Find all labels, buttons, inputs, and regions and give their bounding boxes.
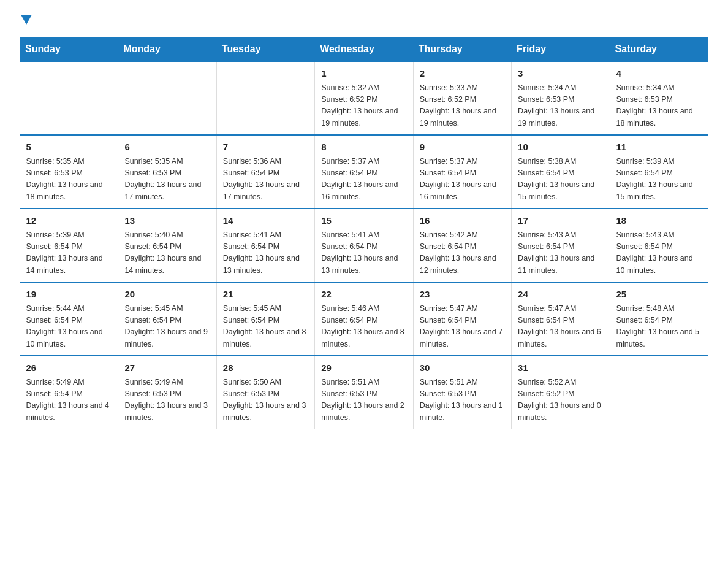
logo-arrow-icon xyxy=(21,15,32,25)
day-number: 25 xyxy=(616,288,702,302)
day-number: 9 xyxy=(420,140,505,155)
day-number: 16 xyxy=(420,214,505,228)
day-number: 10 xyxy=(518,140,603,155)
calendar-day-cell: 11Sunrise: 5:39 AM Sunset: 6:54 PM Dayli… xyxy=(610,135,708,209)
day-info: Sunrise: 5:46 AM Sunset: 6:54 PM Dayligh… xyxy=(321,303,406,351)
day-info: Sunrise: 5:41 AM Sunset: 6:54 PM Dayligh… xyxy=(321,229,406,277)
calendar-day-cell xyxy=(20,61,118,135)
day-info: Sunrise: 5:40 AM Sunset: 6:54 PM Dayligh… xyxy=(124,229,210,277)
day-info: Sunrise: 5:33 AM Sunset: 6:52 PM Dayligh… xyxy=(420,82,505,130)
calendar-day-cell xyxy=(216,61,314,135)
calendar-week-row: 19Sunrise: 5:44 AM Sunset: 6:54 PM Dayli… xyxy=(20,282,708,356)
calendar-day-cell: 30Sunrise: 5:51 AM Sunset: 6:53 PM Dayli… xyxy=(413,356,511,429)
calendar-day-cell: 7Sunrise: 5:36 AM Sunset: 6:54 PM Daylig… xyxy=(216,135,314,209)
calendar-day-cell: 6Sunrise: 5:35 AM Sunset: 6:53 PM Daylig… xyxy=(118,135,216,209)
day-number: 22 xyxy=(321,288,406,302)
calendar-day-cell: 24Sunrise: 5:47 AM Sunset: 6:54 PM Dayli… xyxy=(512,282,610,356)
day-info: Sunrise: 5:44 AM Sunset: 6:54 PM Dayligh… xyxy=(26,303,112,351)
day-info: Sunrise: 5:52 AM Sunset: 6:52 PM Dayligh… xyxy=(518,377,603,424)
calendar-day-header: Wednesday xyxy=(315,37,413,62)
day-number: 4 xyxy=(616,67,702,81)
calendar-day-cell: 28Sunrise: 5:50 AM Sunset: 6:53 PM Dayli… xyxy=(216,356,314,429)
day-number: 17 xyxy=(518,214,603,228)
day-info: Sunrise: 5:34 AM Sunset: 6:53 PM Dayligh… xyxy=(518,82,603,130)
calendar-day-cell: 26Sunrise: 5:49 AM Sunset: 6:54 PM Dayli… xyxy=(20,356,118,429)
day-number: 6 xyxy=(124,140,210,155)
calendar-day-cell: 1Sunrise: 5:32 AM Sunset: 6:52 PM Daylig… xyxy=(315,61,413,135)
day-number: 15 xyxy=(321,214,406,228)
calendar-day-cell: 27Sunrise: 5:49 AM Sunset: 6:53 PM Dayli… xyxy=(118,356,216,429)
day-number: 8 xyxy=(321,140,406,155)
calendar-day-header: Thursday xyxy=(413,37,511,62)
calendar-header-row: SundayMondayTuesdayWednesdayThursdayFrid… xyxy=(20,37,708,62)
day-number: 18 xyxy=(616,214,702,228)
calendar-day-cell: 14Sunrise: 5:41 AM Sunset: 6:54 PM Dayli… xyxy=(216,209,314,282)
day-number: 21 xyxy=(223,288,308,302)
day-info: Sunrise: 5:35 AM Sunset: 6:53 PM Dayligh… xyxy=(26,156,112,204)
calendar-table: SundayMondayTuesdayWednesdayThursdayFrid… xyxy=(20,37,708,429)
calendar-day-cell: 17Sunrise: 5:43 AM Sunset: 6:54 PM Dayli… xyxy=(512,209,610,282)
calendar-day-header: Tuesday xyxy=(216,37,314,62)
day-number: 24 xyxy=(518,288,603,302)
page-header xyxy=(20,15,708,27)
day-number: 27 xyxy=(124,361,210,375)
day-number: 1 xyxy=(321,67,406,81)
day-info: Sunrise: 5:41 AM Sunset: 6:54 PM Dayligh… xyxy=(223,229,308,277)
day-number: 7 xyxy=(223,140,308,155)
calendar-day-cell xyxy=(610,356,708,429)
calendar-day-header: Friday xyxy=(512,37,610,62)
day-info: Sunrise: 5:37 AM Sunset: 6:54 PM Dayligh… xyxy=(321,156,406,204)
day-info: Sunrise: 5:39 AM Sunset: 6:54 PM Dayligh… xyxy=(26,229,112,277)
calendar-day-header: Sunday xyxy=(20,37,118,62)
day-number: 11 xyxy=(616,140,702,155)
day-number: 29 xyxy=(321,361,406,375)
calendar-day-cell: 23Sunrise: 5:47 AM Sunset: 6:54 PM Dayli… xyxy=(413,282,511,356)
day-info: Sunrise: 5:36 AM Sunset: 6:54 PM Dayligh… xyxy=(223,156,308,204)
calendar-week-row: 1Sunrise: 5:32 AM Sunset: 6:52 PM Daylig… xyxy=(20,61,708,135)
calendar-day-cell: 3Sunrise: 5:34 AM Sunset: 6:53 PM Daylig… xyxy=(512,61,610,135)
calendar-day-cell: 29Sunrise: 5:51 AM Sunset: 6:53 PM Dayli… xyxy=(315,356,413,429)
calendar-day-cell: 31Sunrise: 5:52 AM Sunset: 6:52 PM Dayli… xyxy=(512,356,610,429)
calendar-day-cell: 20Sunrise: 5:45 AM Sunset: 6:54 PM Dayli… xyxy=(118,282,216,356)
calendar-day-cell: 9Sunrise: 5:37 AM Sunset: 6:54 PM Daylig… xyxy=(413,135,511,209)
calendar-day-cell: 12Sunrise: 5:39 AM Sunset: 6:54 PM Dayli… xyxy=(20,209,118,282)
day-info: Sunrise: 5:42 AM Sunset: 6:54 PM Dayligh… xyxy=(420,229,505,277)
calendar-day-cell: 21Sunrise: 5:45 AM Sunset: 6:54 PM Dayli… xyxy=(216,282,314,356)
day-number: 2 xyxy=(420,67,505,81)
day-number: 26 xyxy=(26,361,112,375)
day-number: 13 xyxy=(124,214,210,228)
calendar-day-header: Saturday xyxy=(610,37,708,62)
calendar-day-cell: 2Sunrise: 5:33 AM Sunset: 6:52 PM Daylig… xyxy=(413,61,511,135)
day-info: Sunrise: 5:50 AM Sunset: 6:53 PM Dayligh… xyxy=(223,377,308,424)
svg-marker-0 xyxy=(21,15,32,25)
calendar-day-cell: 22Sunrise: 5:46 AM Sunset: 6:54 PM Dayli… xyxy=(315,282,413,356)
calendar-day-cell: 5Sunrise: 5:35 AM Sunset: 6:53 PM Daylig… xyxy=(20,135,118,209)
day-number: 28 xyxy=(223,361,308,375)
day-info: Sunrise: 5:49 AM Sunset: 6:53 PM Dayligh… xyxy=(124,377,210,424)
day-number: 3 xyxy=(518,67,603,81)
calendar-day-cell: 18Sunrise: 5:43 AM Sunset: 6:54 PM Dayli… xyxy=(610,209,708,282)
day-info: Sunrise: 5:51 AM Sunset: 6:53 PM Dayligh… xyxy=(321,377,406,424)
day-info: Sunrise: 5:43 AM Sunset: 6:54 PM Dayligh… xyxy=(518,229,603,277)
calendar-day-cell: 19Sunrise: 5:44 AM Sunset: 6:54 PM Dayli… xyxy=(20,282,118,356)
day-number: 19 xyxy=(26,288,112,302)
day-info: Sunrise: 5:37 AM Sunset: 6:54 PM Dayligh… xyxy=(420,156,505,204)
day-info: Sunrise: 5:32 AM Sunset: 6:52 PM Dayligh… xyxy=(321,82,406,130)
day-number: 30 xyxy=(420,361,505,375)
day-info: Sunrise: 5:48 AM Sunset: 6:54 PM Dayligh… xyxy=(616,303,702,351)
calendar-day-cell: 8Sunrise: 5:37 AM Sunset: 6:54 PM Daylig… xyxy=(315,135,413,209)
day-info: Sunrise: 5:51 AM Sunset: 6:53 PM Dayligh… xyxy=(420,377,505,424)
day-info: Sunrise: 5:47 AM Sunset: 6:54 PM Dayligh… xyxy=(420,303,505,351)
calendar-day-cell: 4Sunrise: 5:34 AM Sunset: 6:53 PM Daylig… xyxy=(610,61,708,135)
logo xyxy=(20,15,33,27)
calendar-day-cell: 10Sunrise: 5:38 AM Sunset: 6:54 PM Dayli… xyxy=(512,135,610,209)
day-info: Sunrise: 5:45 AM Sunset: 6:54 PM Dayligh… xyxy=(124,303,210,351)
day-info: Sunrise: 5:45 AM Sunset: 6:54 PM Dayligh… xyxy=(223,303,308,351)
calendar-week-row: 5Sunrise: 5:35 AM Sunset: 6:53 PM Daylig… xyxy=(20,135,708,209)
day-number: 5 xyxy=(26,140,112,155)
calendar-week-row: 12Sunrise: 5:39 AM Sunset: 6:54 PM Dayli… xyxy=(20,209,708,282)
calendar-day-cell xyxy=(118,61,216,135)
day-number: 14 xyxy=(223,214,308,228)
day-number: 23 xyxy=(420,288,505,302)
calendar-day-cell: 25Sunrise: 5:48 AM Sunset: 6:54 PM Dayli… xyxy=(610,282,708,356)
